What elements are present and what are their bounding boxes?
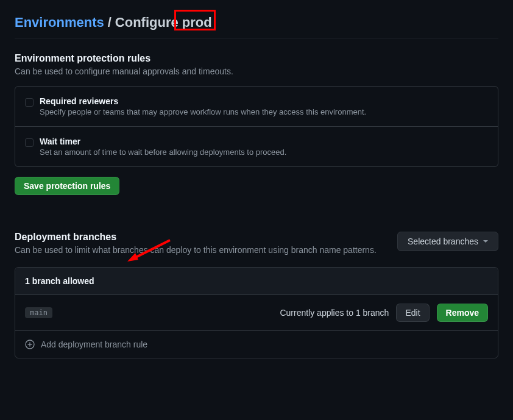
- wait-timer-label: Wait timer: [40, 137, 286, 146]
- breadcrumb: Environments / Configure prod: [15, 15, 498, 38]
- add-deployment-branch-rule[interactable]: Add deployment branch rule: [15, 331, 498, 358]
- branch-row: main Currently applies to 1 branch Edit …: [15, 295, 498, 331]
- deployment-branches-section: Deployment branches Can be used to limit…: [15, 232, 498, 358]
- save-protection-rules-button[interactable]: Save protection rules: [15, 177, 119, 195]
- breadcrumb-env-name: prod: [182, 15, 212, 30]
- caret-down-icon: [483, 240, 488, 243]
- rule-required-reviewers: Required reviewers Specify people or tea…: [15, 87, 498, 126]
- branches-box: 1 branch allowed main Currently applies …: [15, 267, 498, 358]
- protection-rules-title: Environment protection rules: [15, 53, 498, 64]
- required-reviewers-desc: Specify people or teams that may approve…: [40, 107, 366, 116]
- branch-policy-dropdown[interactable]: Selected branches: [397, 232, 498, 251]
- deployment-branches-desc: Can be used to limit what branches can d…: [15, 245, 385, 255]
- add-rule-label: Add deployment branch rule: [41, 340, 147, 349]
- edit-branch-button[interactable]: Edit: [396, 304, 429, 322]
- protection-rules-desc: Can be used to configure manual approval…: [15, 66, 498, 76]
- branches-allowed-header: 1 branch allowed: [15, 268, 498, 295]
- deployment-branches-title: Deployment branches: [15, 232, 385, 243]
- protection-rules-box: Required reviewers Specify people or tea…: [15, 86, 498, 167]
- required-reviewers-label: Required reviewers: [40, 96, 366, 106]
- plus-circle-icon: [25, 340, 35, 349]
- rule-wait-timer: Wait timer Set an amount of time to wait…: [15, 126, 498, 166]
- breadcrumb-configure-text: Configure: [115, 15, 179, 30]
- branch-applies-text: Currently applies to 1 branch: [280, 308, 389, 318]
- protection-rules-section: Environment protection rules Can be used…: [15, 53, 498, 195]
- wait-timer-checkbox[interactable]: [25, 138, 34, 147]
- remove-branch-button[interactable]: Remove: [437, 304, 488, 322]
- branch-policy-dropdown-label: Selected branches: [408, 237, 478, 246]
- branch-name-pill: main: [25, 307, 52, 318]
- wait-timer-desc: Set an amount of time to wait before all…: [40, 148, 286, 157]
- breadcrumb-environments-link[interactable]: Environments: [15, 15, 104, 30]
- breadcrumb-separator: /: [108, 15, 111, 30]
- required-reviewers-checkbox[interactable]: [25, 98, 34, 107]
